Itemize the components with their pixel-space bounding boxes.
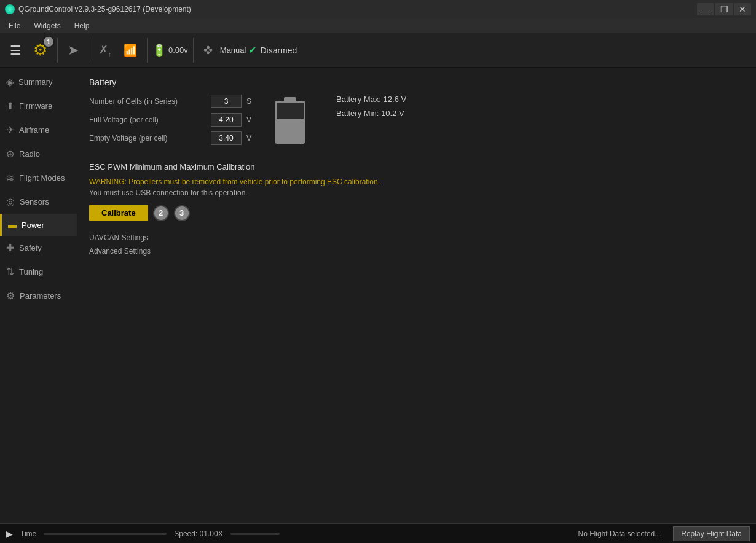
speed-slider[interactable] (230, 533, 280, 535)
esc-section-title: ESC PWM Minimum and Maximum Calibration (89, 162, 744, 171)
send-icon: ➤ (68, 42, 79, 58)
disarmed-display: ✔ Disarmed (248, 44, 297, 56)
full-voltage-label: Full Voltage (per cell) (89, 115, 206, 124)
time-label: Time (20, 529, 36, 538)
cells-row: Number of Cells (in Series) S (89, 95, 256, 108)
signal-1-button[interactable]: ✗↑ (94, 41, 116, 60)
minimize-button[interactable]: — (697, 3, 714, 15)
full-voltage-row: Full Voltage (per cell) V (89, 113, 256, 127)
toolbar-divider-4 (193, 38, 194, 63)
voltage-value: 0.00v (168, 45, 188, 55)
menu-file[interactable]: File (2, 20, 26, 31)
sidebar-item-summary[interactable]: ◈ Summary (0, 70, 77, 94)
no-flight-label: No Flight Data selected... (287, 529, 661, 538)
empty-voltage-label: Empty Voltage (per cell) (89, 134, 206, 143)
power-icon: ▬ (8, 220, 17, 230)
play-button[interactable]: ▶ (6, 529, 13, 539)
warning-text: WARNING: Propellers must be removed from… (89, 178, 744, 186)
mode-display: Manual (220, 45, 246, 55)
menu-widgets[interactable]: Widgets (28, 20, 66, 31)
signal-2-button[interactable]: 📶 (119, 41, 142, 60)
app-icon (5, 4, 15, 14)
sidebar-label-tuning: Tuning (19, 267, 43, 276)
sidebar-item-flightmodes[interactable]: ≋ Flight Modes (0, 166, 77, 190)
window-controls: — ❐ ✕ (697, 3, 751, 15)
firmware-icon: ⬆ (6, 100, 14, 112)
window-title: QGroundControl v2.9.3-25-g9612617 (Devel… (18, 5, 191, 14)
close-button[interactable]: ✕ (734, 3, 751, 15)
sidebar-label-airframe: Airframe (19, 125, 49, 135)
sidebar-label-radio: Radio (19, 149, 40, 158)
flight-mode-label: Manual (220, 45, 246, 55)
step-2-badge: 2 (153, 205, 169, 221)
esc-section: ESC PWM Minimum and Maximum Calibration … (89, 162, 744, 221)
status-bar: ▶ Time Speed: 01.00X No Flight Data sele… (0, 523, 756, 543)
empty-voltage-input[interactable] (211, 131, 242, 145)
sidebar-item-safety[interactable]: ✚ Safety (0, 236, 77, 260)
sidebar-label-flightmodes: Flight Modes (19, 173, 65, 182)
summary-icon: ◈ (6, 76, 14, 88)
battery-visual (275, 97, 305, 144)
cells-unit: S (246, 97, 256, 106)
toolbar-divider-1 (57, 38, 58, 63)
sidebar-item-airframe[interactable]: ✈ Airframe (0, 118, 77, 142)
hamburger-menu-button[interactable]: ☰ (5, 41, 26, 60)
sidebar-item-radio[interactable]: ⊕ Radio (0, 142, 77, 166)
battery-info: Battery Max: 12.6 V Battery Min: 10.2 V (336, 95, 406, 123)
battery-min-label: Battery Min: 10.2 V (336, 109, 406, 118)
toolbar-divider-3 (147, 38, 148, 63)
menu-help[interactable]: Help (68, 20, 96, 31)
sidebar-item-tuning[interactable]: ⇅ Tuning (0, 260, 77, 284)
step-1-badge: 1 (42, 36, 55, 48)
maximize-button[interactable]: ❐ (715, 3, 733, 15)
titlebar-left: QGroundControl v2.9.3-25-g9612617 (Devel… (5, 4, 191, 14)
sidebar-label-parameters: Parameters (20, 291, 61, 300)
drone-button[interactable]: ✤ (199, 41, 218, 60)
step-3-badge: 3 (174, 205, 190, 221)
signal-2-icon: 📶 (124, 44, 137, 57)
usb-info-text: You must use USB connection for this ope… (89, 189, 744, 197)
sidebar-label-sensors: Sensors (20, 197, 49, 206)
send-button[interactable]: ➤ (63, 40, 84, 61)
signal-1-icon: ✗↑ (99, 43, 111, 58)
speed-label: Speed: 01.00X (174, 529, 222, 538)
title-bar: QGroundControl v2.9.3-25-g9612617 (Devel… (0, 0, 756, 18)
airframe-icon: ✈ (6, 124, 14, 136)
menu-bar: File Widgets Help (0, 18, 756, 33)
parameters-icon: ⚙ (6, 290, 15, 302)
empty-voltage-unit: V (246, 134, 256, 143)
sidebar: ◈ Summary ⬆ Firmware ✈ Airframe ⊕ Radio … (0, 68, 77, 523)
advanced-settings-link[interactable]: Advanced Settings (89, 244, 744, 258)
calibrate-button[interactable]: Calibrate (89, 205, 148, 221)
content-area: Battery Number of Cells (in Series) S Fu… (77, 68, 756, 523)
cells-label: Number of Cells (in Series) (89, 97, 206, 106)
empty-voltage-row: Empty Voltage (per cell) V (89, 131, 256, 145)
sidebar-item-power[interactable]: ▬ Power (0, 214, 77, 236)
battery-fields: Number of Cells (in Series) S Full Volta… (89, 95, 256, 150)
toolbar-divider-2 (89, 38, 89, 63)
settings-button[interactable]: ⚙ 1 (28, 38, 52, 62)
battery-fill (277, 119, 304, 142)
sidebar-label-safety: Safety (19, 243, 42, 252)
main-area: ◈ Summary ⬆ Firmware ✈ Airframe ⊕ Radio … (0, 68, 756, 523)
uavcan-settings-link[interactable]: UAVCAN Settings (89, 231, 744, 244)
drone-icon: ✤ (203, 44, 213, 57)
time-slider[interactable] (44, 533, 167, 535)
radio-icon: ⊕ (6, 148, 14, 160)
battery-config: Number of Cells (in Series) S Full Volta… (89, 95, 744, 150)
sidebar-label-power: Power (22, 221, 44, 230)
arm-status-label: Disarmed (260, 45, 297, 55)
cells-input[interactable] (211, 95, 242, 108)
calibrate-row: Calibrate 2 3 (89, 205, 744, 221)
disarmed-check-icon: ✔ (248, 44, 256, 56)
safety-icon: ✚ (6, 242, 14, 254)
replay-flight-data-button[interactable]: Replay Flight Data (673, 526, 750, 541)
sidebar-item-sensors[interactable]: ◎ Sensors (0, 190, 77, 214)
sidebar-item-parameters[interactable]: ⚙ Parameters (0, 284, 77, 308)
battery-display: 🔋 0.00v (152, 44, 188, 57)
battery-body (275, 101, 305, 144)
full-voltage-unit: V (246, 115, 256, 124)
full-voltage-input[interactable] (211, 113, 242, 127)
flightmodes-icon: ≋ (6, 172, 14, 184)
sidebar-item-firmware[interactable]: ⬆ Firmware (0, 94, 77, 118)
